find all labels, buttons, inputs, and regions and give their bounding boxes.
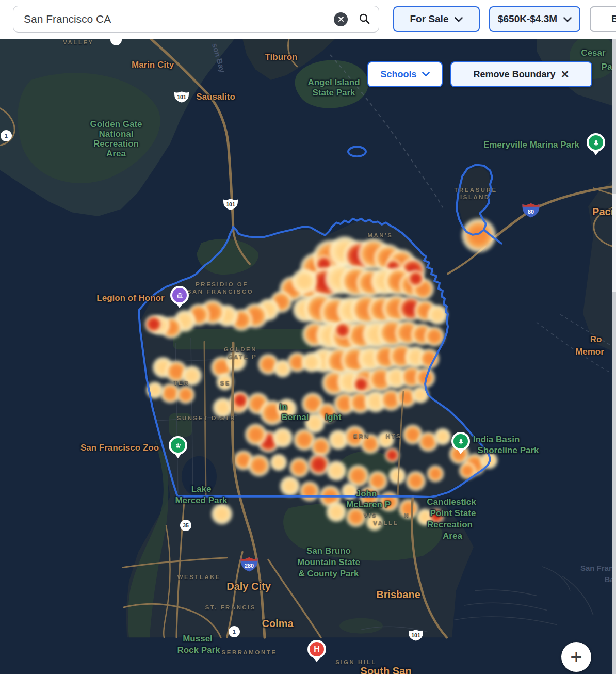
tree-icon [451, 432, 470, 451]
route-shield-35: 35 [180, 519, 192, 532]
svg-text:80: 80 [528, 208, 534, 215]
route-shield-blank [110, 39, 122, 46]
schools-dropdown[interactable]: Schools [367, 61, 443, 87]
real-estate-app: For Sale $650K-$4.3M B [0, 0, 616, 674]
museum-icon [170, 286, 189, 304]
search-icon [358, 12, 370, 26]
plus-icon: + [570, 647, 582, 667]
scrollbar-thumb[interactable] [612, 194, 616, 292]
zoom-in-button[interactable]: + [561, 642, 591, 672]
route-shield-1: 1 [0, 130, 12, 142]
museum-pin[interactable] [169, 285, 190, 310]
chevron-down-icon [563, 17, 572, 22]
hospital-icon: H [307, 640, 326, 659]
paw-icon [169, 436, 187, 455]
route-shield-280: 280 [240, 556, 259, 572]
remove-boundary-label: Remove Boundary [474, 69, 556, 80]
price-label: $650K-$4.3M [498, 13, 557, 25]
search-input[interactable] [13, 13, 329, 25]
price-dropdown[interactable]: $650K-$4.3M [489, 6, 580, 32]
hospital-pin[interactable]: H [306, 639, 327, 664]
map-markers: 110110180352801101H [0, 39, 616, 674]
clear-icon [334, 12, 348, 26]
tree-icon [587, 133, 605, 152]
map-canvas[interactable]: Marin CityTiburonSausalitoLegion of Hono… [0, 39, 616, 674]
beds-label: B [611, 13, 616, 25]
route-shield-101: 101 [222, 198, 239, 212]
route-shield-80: 80 [522, 202, 541, 218]
beds-dropdown-partial[interactable]: B [590, 6, 616, 32]
for-sale-label: For Sale [410, 13, 449, 25]
svg-text:101: 101 [226, 201, 235, 207]
route-shield-101: 101 [407, 629, 425, 643]
clear-search-button[interactable] [329, 12, 353, 26]
route-shield-101: 101 [173, 90, 190, 104]
svg-text:101: 101 [177, 94, 186, 100]
tree-pin[interactable] [586, 132, 606, 157]
chevron-down-icon [422, 72, 430, 77]
close-icon: ✕ [561, 68, 570, 81]
search-box[interactable] [13, 6, 379, 33]
svg-text:101: 101 [411, 632, 420, 638]
svg-text:280: 280 [245, 563, 254, 569]
schools-label: Schools [380, 69, 416, 80]
scrollbar[interactable] [612, 39, 616, 674]
remove-boundary-button[interactable]: Remove Boundary ✕ [450, 61, 592, 87]
chevron-down-icon [455, 17, 463, 22]
for-sale-dropdown[interactable]: For Sale [393, 6, 480, 32]
route-shield-1: 1 [228, 625, 240, 638]
svg-text:1: 1 [5, 133, 8, 139]
svg-text:35: 35 [183, 522, 189, 528]
top-bar: For Sale $650K-$4.3M B [0, 0, 616, 39]
paw-pin[interactable] [168, 435, 188, 460]
svg-text:1: 1 [233, 629, 236, 635]
tree-pin[interactable] [450, 431, 471, 456]
search-submit-button[interactable] [353, 12, 379, 26]
